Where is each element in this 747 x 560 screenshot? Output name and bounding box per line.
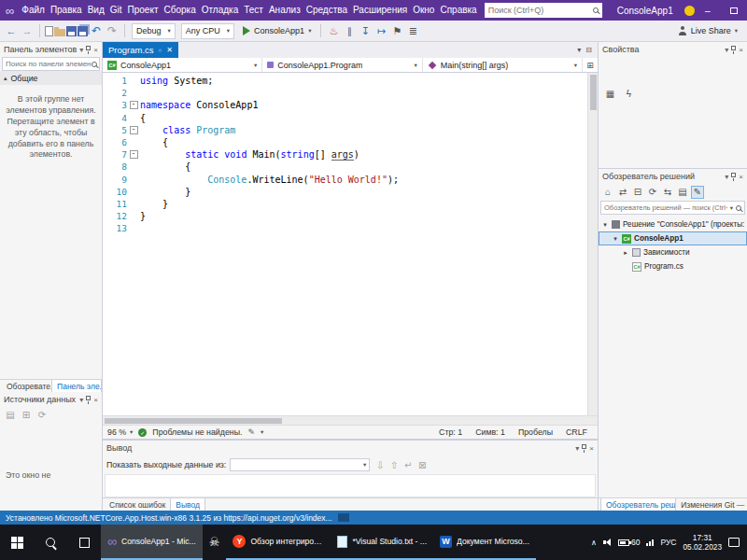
float-window-icon[interactable]: ⊟ [585, 46, 592, 54]
taskbar-app-skull[interactable]: ☠ [203, 525, 227, 560]
break-all-icon[interactable] [342, 23, 357, 38]
char-position[interactable]: Симв: 1 [475, 427, 505, 437]
menu-item-11[interactable]: Окно [410, 0, 437, 21]
code-line-13[interactable]: 13 [103, 222, 587, 234]
menu-item-0[interactable]: Файл [19, 0, 48, 21]
output-source-dropdown[interactable]: ▾ [230, 458, 370, 471]
code-line-7[interactable]: 7- static void Main(string[] args) [103, 148, 587, 161]
pin-tab-icon[interactable]: ○ [159, 48, 162, 53]
live-share-button[interactable]: Live Share ▾ [678, 26, 743, 35]
menu-item-8[interactable]: Анализ [266, 0, 303, 21]
tree-expander-icon[interactable]: ▾ [601, 221, 609, 229]
code-line-3[interactable]: 3-namespace ConsoleApp1 [103, 99, 587, 111]
scrollbar-thumb[interactable] [590, 75, 597, 110]
vertical-scrollbar[interactable] [587, 73, 598, 415]
taskbar-clock[interactable]: 17:31 05.02.2023 [683, 533, 722, 553]
fold-collapse-icon[interactable]: - [130, 126, 138, 134]
taskbar-app-visual-studio[interactable]: ∞ConsoleApp1 - Mic... [101, 525, 203, 560]
refresh-icon[interactable] [646, 186, 659, 199]
properties-icon[interactable] [691, 186, 704, 199]
code-line-6[interactable]: 6 { [103, 136, 587, 148]
code-line-4[interactable]: 4{ [103, 112, 587, 124]
collapse-all-icon[interactable] [631, 186, 644, 199]
events-icon[interactable] [623, 88, 635, 100]
tree-item-3[interactable]: C#Program.cs [599, 259, 747, 273]
grid-icon[interactable] [5, 409, 16, 420]
line-ending-indicator[interactable]: CRLF [566, 427, 587, 437]
platform-dropdown[interactable]: Any CPU▾ [181, 23, 234, 39]
code-line-8[interactable]: 8 { [103, 161, 587, 173]
wrap-icon[interactable] [402, 458, 415, 471]
sync-icon[interactable] [661, 186, 674, 199]
menu-item-5[interactable]: Сборка [161, 0, 198, 21]
undo-icon[interactable] [89, 23, 104, 38]
toolbox-tab-0[interactable]: Обозревате... [2, 380, 51, 392]
start-button[interactable] [0, 525, 34, 560]
menu-item-4[interactable]: Проект [125, 0, 162, 21]
clear-icon[interactable] [416, 458, 429, 471]
tree-item-2[interactable]: ▸Зависимости [599, 245, 747, 259]
tree-item-1[interactable]: ▾C#ConsoleApp1 [599, 231, 747, 245]
scrollbar-thumb[interactable] [105, 418, 282, 424]
add-icon[interactable] [21, 409, 32, 420]
zoom-selector[interactable]: 96 % ▾ [107, 427, 133, 437]
pin-icon[interactable] [582, 444, 586, 449]
categorized-icon[interactable] [604, 88, 616, 100]
horizontal-scrollbar[interactable] [103, 415, 598, 425]
toolbox-header[interactable]: Панель элементов ▾ × [0, 42, 102, 57]
code-line-12[interactable]: 12} [103, 210, 587, 222]
task-view-button[interactable] [67, 525, 101, 560]
switch-icon[interactable] [616, 186, 629, 199]
code-line-10[interactable]: 10 } [103, 186, 587, 198]
tray-expand-icon[interactable]: ∧ [591, 539, 597, 547]
pin-icon[interactable] [731, 173, 736, 177]
maximize-button[interactable] [721, 0, 747, 21]
toolbox-tab-1[interactable]: Панель эле... [51, 380, 102, 392]
step-into-icon[interactable] [358, 23, 373, 38]
save-icon[interactable] [66, 26, 77, 36]
new-file-icon[interactable] [45, 26, 53, 36]
properties-header[interactable]: Свойства ▾ × [599, 42, 747, 57]
menu-item-3[interactable]: Git [107, 0, 125, 21]
solution-search-input[interactable]: Обозреватель решений — поиск (Ctrl+ш) ▾ [600, 201, 745, 215]
type-dropdown[interactable]: ConsoleApp1.Program ▾ [262, 58, 422, 72]
close-tab-icon[interactable]: ✕ [166, 46, 173, 54]
save-all-icon[interactable] [78, 26, 88, 36]
language-indicator[interactable]: РУС [660, 538, 676, 547]
redo-icon[interactable] [105, 23, 120, 38]
chevron-down-icon[interactable]: ▾ [725, 46, 728, 54]
volume-icon[interactable] [603, 538, 612, 547]
toolbox-group-header[interactable]: ▴ Общие [0, 71, 102, 85]
menu-item-1[interactable]: Правка [48, 0, 85, 21]
home-icon[interactable] [601, 186, 614, 199]
battery-indicator[interactable]: 60 [618, 538, 640, 547]
taskbar-app-word[interactable]: WДокумент Microso... [433, 525, 536, 560]
close-icon[interactable]: × [589, 444, 594, 453]
taskbar-app-notepad[interactable]: *Visual Studio.txt - ... [331, 525, 433, 560]
output-header[interactable]: Вывод ▾ × [103, 441, 598, 455]
pin-icon[interactable] [86, 46, 91, 50]
close-icon[interactable]: × [93, 396, 98, 404]
code-line-1[interactable]: 1using System; [103, 75, 587, 87]
tree-item-0[interactable]: ▾Решение "ConsoleApp1" (проекты: 1 из 1) [599, 217, 747, 231]
code-line-9[interactable]: 9 Console.WriteLine("Hello World!"); [103, 174, 587, 186]
refresh-icon[interactable] [36, 409, 48, 420]
menu-item-7[interactable]: Тест [241, 0, 266, 21]
tree-expander-icon[interactable]: ▸ [622, 249, 629, 257]
jump-down-icon[interactable] [374, 458, 387, 471]
menu-item-2[interactable]: Вид [85, 0, 107, 21]
close-icon[interactable]: × [93, 46, 98, 54]
jump-up-icon[interactable] [388, 458, 401, 471]
output-tab-0[interactable]: Список ошибок [105, 498, 170, 511]
list-icon[interactable] [405, 23, 420, 38]
taskbar-search-button[interactable] [34, 525, 67, 560]
quick-search-box[interactable]: Поиск (Ctrl+Q) [485, 3, 602, 18]
step-over-icon[interactable] [374, 23, 388, 38]
document-list-icon[interactable]: ▾ [577, 46, 581, 54]
hot-reload-icon[interactable] [326, 23, 341, 38]
debug-config-dropdown[interactable]: Debug▾ [132, 23, 176, 39]
fold-collapse-icon[interactable]: - [130, 101, 138, 109]
tree-expander-icon[interactable]: ▾ [612, 235, 619, 243]
split-editor-button[interactable]: ⊞ [583, 58, 598, 72]
project-dropdown[interactable]: C# ConsoleApp1 ▾ [103, 58, 262, 72]
